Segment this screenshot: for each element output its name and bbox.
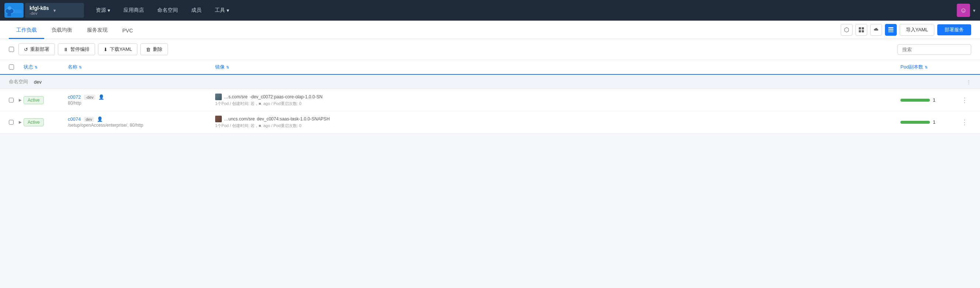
search-area	[897, 44, 971, 55]
row1-name-link[interactable]: c0072	[68, 94, 81, 100]
logo	[5, 3, 24, 18]
sort-name-icon: ⇅	[79, 65, 82, 69]
row2-image-meta: 1个Pod / 创建时间: 若，■. ago / Pod重启次数: 0	[215, 123, 900, 129]
row1-image-top: …s.com/sre -dev_c0072:paas-core-olap-1.0…	[215, 94, 900, 100]
table-row: ▶ Active c0072 -dev 👤 80/http …s.com/sre…	[0, 89, 980, 111]
row1-status-badge: Active	[24, 96, 44, 104]
row2-name-cell: c0074 dev 👤 /setup/openAccess/enterprise…	[68, 116, 215, 128]
row1-image-thumbnail	[215, 94, 222, 100]
nav-resources[interactable]: 资源 ▾	[90, 4, 116, 17]
header-checkbox[interactable]	[9, 64, 14, 70]
user-avatar[interactable]: ☺	[957, 4, 970, 17]
row1-checkbox-cell: ▶	[9, 97, 24, 104]
search-input[interactable]	[897, 44, 971, 55]
svg-rect-7	[862, 27, 864, 29]
delete-button[interactable]: 🗑 删除	[140, 43, 168, 55]
row1-pod-count: 1	[933, 97, 935, 103]
view-cloud-icon-btn[interactable]	[870, 24, 882, 36]
nav-resources-label: 资源	[96, 7, 106, 14]
row2-pod-count: 1	[933, 119, 935, 125]
nav-right-area: ☺ ▾	[957, 4, 975, 17]
nav-tools[interactable]: 工具 ▾	[209, 4, 235, 17]
row2-image-thumbnail	[215, 116, 222, 122]
view-list-alt-icon-btn[interactable]	[856, 24, 867, 36]
tab-loadbalance[interactable]: 负载均衡	[44, 22, 80, 39]
row1-more-button[interactable]: ⋮	[959, 95, 970, 105]
nav-members-label: 成员	[191, 7, 202, 14]
row1-name-cell: c0072 -dev 👤 80/http	[68, 94, 215, 106]
nav-namespace[interactable]: 命名空间	[151, 4, 184, 17]
tab-servicediscovery[interactable]: 服务发现	[80, 22, 115, 39]
row2-play-button[interactable]: ▶	[17, 119, 24, 126]
view-3d-icon-btn[interactable]	[841, 24, 853, 36]
sort-image-icon: ⇅	[226, 65, 229, 69]
nav-members[interactable]: 成员	[185, 4, 207, 17]
nav-tools-chevron-icon: ▾	[227, 7, 229, 13]
row2-name-link[interactable]: c0074	[68, 116, 81, 122]
nav-namespace-label: 命名空间	[158, 7, 178, 14]
cluster-selector[interactable]: kfgl-k8s -dev ▾	[25, 3, 84, 18]
main-nav: 资源 ▾ 应用商店 命名空间 成员 工具 ▾	[90, 4, 957, 17]
cube-icon	[844, 27, 850, 33]
nav-appstore[interactable]: 应用商店	[118, 4, 150, 17]
row2-more-button[interactable]: ⋮	[959, 117, 970, 127]
svg-point-3	[8, 6, 11, 10]
tab-workload[interactable]: 工作负载	[9, 22, 44, 39]
cloud-icon	[873, 27, 879, 33]
row1-image-detail: -dev_c0072:paas-core-olap-1.0.0-SN	[250, 94, 322, 99]
select-all-checkbox[interactable]	[9, 47, 14, 52]
download-icon: ⬇	[103, 47, 108, 52]
view-table-icon-btn[interactable]	[885, 24, 897, 36]
namespace-value: dev	[34, 79, 41, 85]
user-icon: ☺	[960, 6, 967, 14]
row2-checkbox-cell: ▶	[9, 119, 24, 126]
row2-pod-count-cell: 1	[900, 119, 959, 125]
svg-rect-11	[888, 29, 893, 30]
row2-name-tag: dev	[84, 117, 94, 122]
col-name[interactable]: 名称 ⇅	[68, 64, 215, 70]
user-dropdown-chevron-icon[interactable]: ▾	[973, 8, 975, 13]
import-yaml-button[interactable]: 导入YAML	[900, 24, 934, 36]
svg-rect-12	[888, 30, 893, 31]
row2-checkbox[interactable]	[9, 120, 14, 125]
svg-rect-8	[859, 30, 861, 32]
row2-image-cell: …uncs.com/sre dev_c0074:saas-task-1.0.0-…	[215, 116, 900, 129]
cluster-chevron-icon: ▾	[53, 8, 56, 13]
nav-appstore-label: 应用商店	[123, 7, 144, 14]
table-icon	[888, 27, 894, 33]
deploy-service-button[interactable]: 部署服务	[937, 24, 971, 35]
row2-progress-fill	[900, 121, 930, 124]
svg-rect-13	[888, 32, 893, 32]
row1-progress-fill	[900, 99, 930, 102]
row1-play-button[interactable]: ▶	[17, 97, 24, 104]
row1-checkbox[interactable]	[9, 98, 14, 103]
col-checkbox	[9, 64, 24, 70]
table-header: 状态 ⇅ 名称 ⇅ 镜像 ⇅ Pod副本数 ⇅	[0, 60, 980, 75]
workload-table: 状态 ⇅ 名称 ⇅ 镜像 ⇅ Pod副本数 ⇅ 命名空间 dev ⋮ ▶ Act…	[0, 60, 980, 133]
top-navigation: kfgl-k8s -dev ▾ 资源 ▾ 应用商店 命名空间 成员 工具 ▾ ☺…	[0, 0, 980, 21]
col-image[interactable]: 镜像 ⇅	[215, 64, 900, 70]
namespace-more-icon[interactable]: ⋮	[966, 79, 971, 85]
redeploy-button[interactable]: ↺ 重新部署	[18, 43, 55, 55]
download-yaml-button[interactable]: ⬇ 下载YAML	[98, 43, 137, 55]
svg-rect-10	[888, 27, 893, 29]
sort-status-icon: ⇅	[35, 65, 38, 69]
col-status[interactable]: 状态 ⇅	[24, 64, 68, 70]
svg-rect-6	[859, 27, 861, 29]
sort-pod-icon: ⇅	[925, 65, 928, 69]
tab-pvc[interactable]: PVC	[115, 22, 140, 39]
sub-tab-actions: 导入YAML 部署服务	[841, 24, 971, 39]
svg-rect-5	[7, 13, 11, 16]
row2-user-icon: 👤	[97, 116, 103, 122]
table-row: ▶ Active c0074 dev 👤 /setup/openAccess/e…	[0, 111, 980, 133]
row1-name-row: c0072 -dev 👤	[68, 94, 215, 100]
row2-name-row: c0074 dev 👤	[68, 116, 215, 122]
pause-schedule-button[interactable]: ⏸ 暂停编排	[58, 43, 95, 55]
col-pod-count[interactable]: Pod副本数 ⇅	[900, 64, 959, 70]
sub-tabs-bar: 工作负载 负载均衡 服务发现 PVC	[0, 21, 980, 39]
row2-progress-bar	[900, 121, 930, 124]
redeploy-icon: ↺	[24, 47, 28, 52]
row1-image-meta: 1个Pod / 创建时间: 若，■. ago / Pod重启次数: 0	[215, 101, 900, 107]
pause-icon: ⏸	[64, 47, 68, 52]
nav-tools-label: 工具	[215, 7, 225, 14]
